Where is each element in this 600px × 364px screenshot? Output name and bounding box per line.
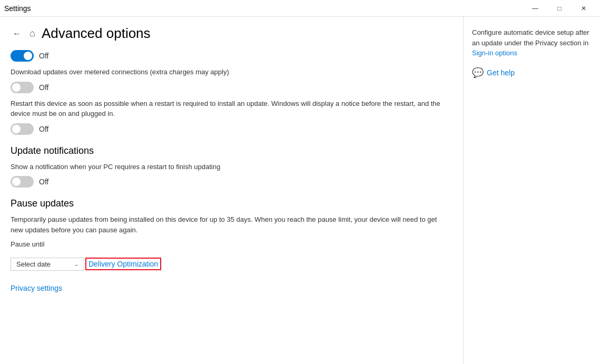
sidebar-configure-text: Configure automatic device setup after a… [472, 27, 592, 58]
toggle1-row: Off [11, 50, 453, 62]
title-bar: Settings — □ ✕ [0, 0, 600, 17]
privacy-settings-link[interactable]: Privacy settings [11, 284, 453, 292]
title-bar-title: Settings [4, 4, 31, 13]
main-content: ← ⌂ Advanced options Off Download update… [0, 17, 463, 364]
toggle4[interactable] [11, 176, 34, 188]
toggle2-row: Off [11, 82, 453, 93]
toggle2[interactable] [11, 82, 34, 93]
settings-body: Off Download updates over metered connec… [0, 50, 463, 292]
back-button[interactable]: ← [11, 27, 23, 41]
chevron-down-icon: ⌄ [74, 261, 78, 267]
title-bar-left: Settings [4, 4, 31, 13]
help-icon: 💬 [472, 66, 484, 80]
toggle3-row: Off [11, 123, 453, 135]
select-label: Select date [16, 260, 51, 268]
toggle4-row: Off [11, 176, 453, 188]
metered-description: Download updates over metered connection… [11, 67, 448, 77]
update-notifications-heading: Update notifications [11, 145, 453, 156]
title-bar-controls: — □ ✕ [523, 0, 596, 17]
minimize-button[interactable]: — [523, 0, 547, 17]
pause-until-label: Pause until [11, 240, 453, 248]
toggle1-label: Off [39, 52, 48, 60]
right-sidebar: Configure automatic device setup after a… [463, 17, 600, 364]
notification-description: Show a notification when your PC require… [11, 162, 448, 172]
content-area: ← ⌂ Advanced options Off Download update… [0, 17, 600, 364]
close-button[interactable]: ✕ [572, 0, 596, 17]
toggle4-label: Off [39, 178, 48, 186]
pause-updates-heading: Pause updates [11, 198, 453, 209]
home-icon: ⌂ [29, 28, 35, 39]
get-help-row[interactable]: 💬 Get help [472, 66, 592, 80]
app-layout: ← ⌂ Advanced options Off Download update… [0, 17, 600, 364]
toggle2-label: Off [39, 83, 48, 92]
pause-description: Temporarily pause updates from being ins… [11, 214, 448, 235]
toggle3[interactable] [11, 123, 34, 135]
get-help-label[interactable]: Get help [487, 67, 515, 78]
toggle3-label: Off [39, 125, 48, 133]
restart-description: Restart this device as soon as possible … [11, 99, 448, 119]
page-header: ← ⌂ Advanced options [0, 17, 463, 48]
maximize-button[interactable]: □ [547, 0, 572, 17]
toggle1[interactable] [11, 50, 34, 62]
page-title: Advanced options [42, 25, 151, 42]
delivery-optimization-link[interactable]: Delivery Optimization [86, 259, 160, 269]
sign-in-options-link[interactable]: Sign-in options [472, 49, 517, 57]
date-select[interactable]: Select date ⌄ [11, 258, 84, 271]
